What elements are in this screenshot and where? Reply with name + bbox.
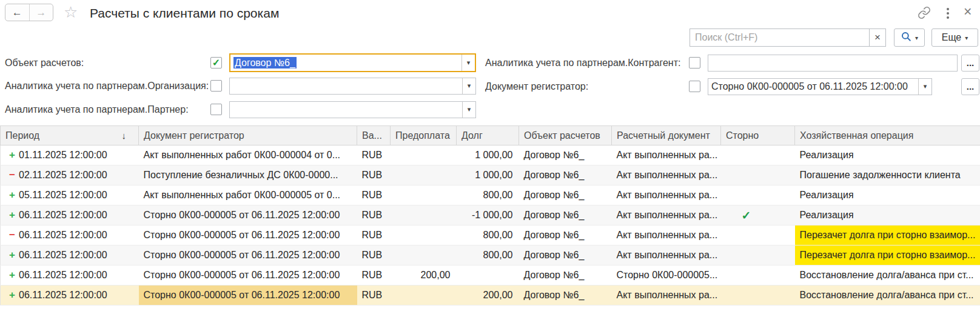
partner-combo[interactable]: ▾ xyxy=(229,101,476,118)
table-row[interactable]: +06.11.2025 12:00:00 Сторно 0К00-000005 … xyxy=(1,266,980,286)
row-sign-icon: + xyxy=(5,289,19,301)
column-header-operation[interactable]: Хозяйственная операция xyxy=(795,126,980,145)
app-window: ← → ☆ Расчеты с клиентами по срокам × × … xyxy=(0,0,980,314)
organization-combo[interactable]: ▾ xyxy=(229,78,476,95)
storno-check-icon xyxy=(726,149,742,161)
row-sign-icon: + xyxy=(5,189,19,201)
back-button[interactable]: ← xyxy=(5,4,29,21)
records-table: Период ↓ Документ регистратор Ва... Пред… xyxy=(0,125,980,306)
row-sign-icon: − xyxy=(5,229,19,241)
close-icon[interactable]: × xyxy=(964,4,972,19)
filter-row-settlement-object: Объект расчетов: ✓ Договор №6_ ▾ xyxy=(5,53,476,73)
storno-check-icon xyxy=(726,289,742,301)
table-row[interactable]: −02.11.2025 12:00:00 Поступление безнали… xyxy=(1,165,980,185)
row-sign-icon: + xyxy=(5,149,19,161)
filter-row-partner: Аналитика учета по партнерам.Партнер: ▾ xyxy=(5,101,476,118)
filter-label: Аналитика учета по партнерам.Организация… xyxy=(5,81,210,92)
more-button-label: Еще xyxy=(942,32,962,43)
table-row[interactable]: +05.11.2025 12:00:00 Акт выполненных раб… xyxy=(1,185,980,205)
column-header-object[interactable]: Объект расчетов xyxy=(519,126,612,145)
check-icon: ✓ xyxy=(212,58,220,68)
column-header-settlement-doc[interactable]: Расчетный документ xyxy=(612,126,721,145)
registrar-document-combo[interactable]: Сторно 0К00-000005 от 06.11.2025 12:00:0… xyxy=(708,78,932,95)
row-sign-icon: + xyxy=(5,209,19,221)
filter-label: Документ регистратор: xyxy=(485,81,689,92)
highlighted-operation-cell[interactable]: Перезачет долга при сторно взаимор... xyxy=(795,246,980,266)
registrar-choose-button[interactable]: ... xyxy=(961,78,979,95)
chevron-down-icon: ▾ xyxy=(965,35,968,41)
column-header-storno[interactable]: Сторно xyxy=(721,126,795,145)
selected-text: Договор №6_ xyxy=(233,57,297,68)
counterparty-field[interactable] xyxy=(708,55,958,72)
table-row-selected[interactable]: +06.11.2025 12:00:00 Сторно 0К00-000005 … xyxy=(1,286,980,306)
storno-check-icon xyxy=(726,189,742,201)
favorite-star-icon[interactable]: ☆ xyxy=(64,3,78,21)
search-group: × xyxy=(690,28,886,47)
checkbox-settlement-object[interactable]: ✓ xyxy=(210,57,222,68)
search-button[interactable]: ▾ xyxy=(894,28,925,47)
search-icon xyxy=(901,31,911,44)
row-sign-icon: + xyxy=(5,249,19,261)
table-row[interactable]: +06.11.2025 12:00:00 Сторно 0К00-000005 … xyxy=(1,246,980,266)
settlement-object-combo[interactable]: Договор №6_ ▾ xyxy=(229,53,476,72)
dropdown-arrow-icon[interactable]: ▾ xyxy=(918,79,931,95)
storno-check-icon: ✓ xyxy=(726,209,751,222)
checkbox-counterparty[interactable] xyxy=(689,57,700,68)
link-icon[interactable] xyxy=(918,6,931,22)
sort-descending-icon: ↓ xyxy=(122,130,127,141)
forward-button[interactable]: → xyxy=(29,4,53,21)
chevron-down-icon: ▾ xyxy=(915,35,918,41)
column-header-debt[interactable]: Долг xyxy=(457,126,519,145)
kebab-menu-icon[interactable] xyxy=(947,8,950,19)
checkbox-organization[interactable] xyxy=(210,80,222,92)
table-row[interactable]: +06.11.2025 12:00:00 Сторно 0К00-000005 … xyxy=(1,205,980,225)
more-button[interactable]: Еще ▾ xyxy=(931,28,978,47)
row-sign-icon: + xyxy=(5,269,19,281)
search-input[interactable] xyxy=(690,28,870,47)
page-title: Расчеты с клиентами по срокам xyxy=(90,4,279,22)
storno-check-icon xyxy=(726,229,742,241)
storno-check-icon xyxy=(726,249,742,261)
dropdown-arrow-icon[interactable]: ▾ xyxy=(461,55,475,71)
row-sign-icon: − xyxy=(5,169,19,181)
filter-row-registrar-document: Документ регистратор: Сторно 0К00-000005… xyxy=(485,78,979,95)
selected-cell[interactable]: Сторно 0К00-000005 от 06.11.2025 12:00:0… xyxy=(139,286,357,306)
table-header-row: Период ↓ Документ регистратор Ва... Пред… xyxy=(1,126,980,145)
dropdown-arrow-icon[interactable]: ▾ xyxy=(462,78,475,94)
column-header-currency[interactable]: Ва... xyxy=(357,126,391,145)
filter-row-counterparty: Аналитика учета по партнерам.Контрагент:… xyxy=(485,54,979,72)
filter-label: Аналитика учета по партнерам.Контрагент: xyxy=(485,58,689,68)
table-row[interactable]: −06.11.2025 12:00:00 Сторно 0К00-000005 … xyxy=(1,225,980,246)
table-row[interactable]: +01.11.2025 12:00:00 Акт выполненных раб… xyxy=(1,145,980,165)
column-header-period[interactable]: Период ↓ xyxy=(1,126,139,145)
dropdown-arrow-icon[interactable]: ▾ xyxy=(462,102,475,118)
checkbox-registrar-document[interactable] xyxy=(689,81,700,92)
search-clear-icon[interactable]: × xyxy=(869,28,886,47)
filter-label: Объект расчетов: xyxy=(5,58,210,68)
filter-row-organization: Аналитика учета по партнерам.Организация… xyxy=(5,77,476,95)
column-header-prepayment[interactable]: Предоплата xyxy=(391,126,457,145)
filter-label: Аналитика учета по партнерам.Партнер: xyxy=(5,104,210,115)
checkbox-partner[interactable] xyxy=(210,104,222,115)
storno-check-icon xyxy=(726,169,742,181)
column-header-registrar[interactable]: Документ регистратор xyxy=(139,126,357,145)
storno-check-icon xyxy=(726,269,742,281)
counterparty-choose-button[interactable]: ... xyxy=(961,55,979,72)
nav-history-group: ← → xyxy=(5,4,53,21)
highlighted-operation-cell[interactable]: Перезачет долга при сторно взаимор... xyxy=(795,225,980,246)
